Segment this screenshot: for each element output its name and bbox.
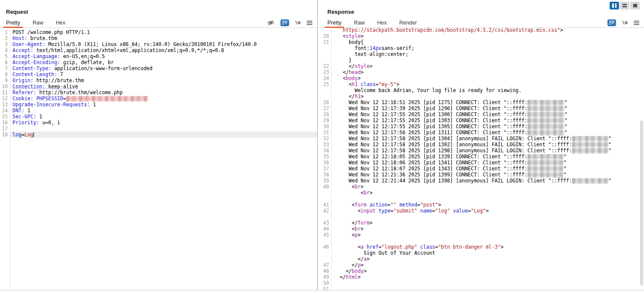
line-number: 31 bbox=[318, 130, 331, 136]
line-number: 8 bbox=[0, 71, 10, 77]
code-line[interactable]: 4Accept: text/html,application/xhtml+xml… bbox=[0, 47, 317, 53]
line-number: 5 bbox=[0, 53, 10, 59]
line-number: 28 bbox=[318, 111, 331, 117]
line-number: 39 bbox=[318, 178, 331, 184]
code-line[interactable]: 17 bbox=[0, 126, 317, 132]
menu-icon[interactable] bbox=[307, 21, 312, 25]
code-line: 38 Wed Nov 12 12:21:36 2025 [pid 1399] C… bbox=[318, 172, 644, 178]
line-number: 1 bbox=[0, 29, 10, 35]
response-tab-pretty[interactable]: Pretty bbox=[325, 18, 344, 28]
line-number: 11 bbox=[0, 89, 10, 96]
code-line[interactable]: 3User-Agent: Mozilla/5.0 (X11; Linux x86… bbox=[0, 41, 317, 47]
response-tab-raw[interactable]: Raw bbox=[351, 18, 367, 28]
line-number: 23 bbox=[318, 69, 331, 75]
line-number: 10 bbox=[0, 83, 10, 89]
code-line: 23 </head> bbox=[318, 69, 644, 75]
code-line[interactable]: 12Cookie: PHPSESSID= bbox=[0, 96, 317, 102]
response-tab-render[interactable]: Render bbox=[397, 18, 419, 28]
layout-rows-button[interactable] bbox=[620, 2, 629, 9]
line-number bbox=[318, 57, 331, 63]
layout-single-button[interactable] bbox=[630, 2, 640, 9]
word-wrap-icon[interactable] bbox=[607, 19, 616, 26]
eye-slash-icon[interactable] bbox=[267, 20, 274, 26]
columns-layout-icon bbox=[612, 3, 616, 8]
request-tabbar: Pretty Raw Hex \n bbox=[0, 18, 317, 28]
request-tab-pretty[interactable]: Pretty bbox=[3, 18, 23, 28]
code-line: 50 bbox=[318, 280, 644, 286]
code-line[interactable]: 8Content-Length: 7 bbox=[0, 71, 317, 77]
newline-icon[interactable]: \n bbox=[295, 20, 301, 25]
line-number bbox=[318, 214, 331, 220]
response-panel: Response Pretty Raw Hex Render \n https:… bbox=[318, 0, 644, 290]
line-number: 4 bbox=[0, 47, 10, 53]
code-line[interactable]: 2Host: brute.thm bbox=[0, 35, 317, 41]
line-number bbox=[318, 45, 331, 51]
line-number: 43 bbox=[318, 220, 331, 226]
code-line: 36 Wed Nov 12 12:18:06 2025 [pid 1341] C… bbox=[318, 160, 644, 166]
code-line[interactable]: 1POST /welcome.php HTTP/1.1 bbox=[0, 29, 317, 35]
redacted-value bbox=[527, 154, 564, 160]
code-line: 20 <style> bbox=[318, 33, 644, 39]
code-line[interactable]: 6Accept-Encoding: gzip, deflate, br bbox=[0, 59, 317, 65]
code-line[interactable]: 9Origin: http://brute.thm bbox=[0, 77, 317, 83]
code-line: 43 </form> bbox=[318, 220, 644, 226]
code-line: 40 <br> bbox=[318, 184, 644, 190]
redacted-value bbox=[66, 96, 148, 102]
code-line: 32 Wed Nov 12 12:17:58 2025 [pid 1304] [… bbox=[318, 136, 644, 142]
line-number bbox=[318, 190, 331, 196]
line-number: 51 bbox=[318, 286, 331, 290]
code-line[interactable]: 10Connection: keep-alive bbox=[0, 83, 317, 89]
code-line[interactable]: 13Upgrade-Insecure-Requests: 1 bbox=[0, 102, 317, 108]
request-tab-raw[interactable]: Raw bbox=[30, 18, 46, 28]
hamburger-icon bbox=[307, 21, 312, 25]
line-number: 2 bbox=[0, 35, 10, 41]
line-number: 29 bbox=[318, 117, 331, 123]
redacted-value bbox=[527, 172, 564, 178]
code-line: text-align:center; bbox=[318, 51, 644, 57]
code-line[interactable]: 14DNT: 1 bbox=[0, 108, 317, 114]
code-line[interactable]: 15Sec-GPC: 1 bbox=[0, 114, 317, 120]
code-line: 24 <body> bbox=[318, 75, 644, 81]
code-line: 45 <p> bbox=[318, 232, 644, 238]
line-number: 15 bbox=[0, 114, 10, 120]
response-tab-hex[interactable]: Hex bbox=[375, 18, 389, 28]
line-number: 40 bbox=[318, 184, 331, 190]
code-line[interactable]: 16Priority: u=0, i bbox=[0, 120, 317, 126]
code-line: Welcome back Adrian, Your log file is re… bbox=[318, 87, 644, 93]
line-number: 17 bbox=[0, 126, 10, 132]
redacted-value bbox=[572, 148, 608, 154]
redacted-value bbox=[572, 136, 608, 142]
line-number: 32 bbox=[318, 136, 331, 142]
line-number: 16 bbox=[0, 120, 10, 126]
menu-icon[interactable] bbox=[634, 21, 639, 25]
request-editor[interactable]: 1POST /welcome.php HTTP/1.12Host: brute.… bbox=[0, 28, 317, 290]
line-number: 33 bbox=[318, 142, 331, 148]
code-line: 48 </body> bbox=[318, 268, 644, 274]
code-line: 41 <form action="" method="post"> bbox=[318, 202, 644, 208]
request-title: Request bbox=[6, 9, 28, 15]
layout-switcher bbox=[610, 2, 640, 9]
redacted-value bbox=[572, 178, 608, 184]
line-number: 24 bbox=[318, 75, 331, 81]
code-line: 27 Wed Nov 12 12:17:39 2025 [pid 1296] C… bbox=[318, 105, 644, 111]
request-tab-hex[interactable]: Hex bbox=[53, 18, 68, 28]
line-number: 44 bbox=[318, 226, 331, 232]
line-number: 37 bbox=[318, 166, 331, 172]
code-line: 39 Wed Nov 12 12:21:44 2025 [pid 1398] [… bbox=[318, 178, 644, 184]
line-number: 7 bbox=[0, 65, 10, 71]
code-line[interactable]: 18log=Log bbox=[0, 132, 317, 138]
redacted-value bbox=[527, 100, 564, 105]
redacted-value bbox=[527, 130, 564, 136]
code-line[interactable]: 7Content-Type: application/x-www-form-ur… bbox=[0, 65, 317, 71]
redacted-value bbox=[527, 124, 564, 130]
code-line: 33 Wed Nov 12 12:17:58 2025 [pid 1302] [… bbox=[318, 142, 644, 148]
newline-icon[interactable]: \n bbox=[622, 20, 628, 25]
code-line[interactable]: 5Accept-Language: en-US,en;q=0.5 bbox=[0, 53, 317, 59]
response-tabbar: Pretty Raw Hex Render \n bbox=[318, 18, 644, 28]
code-line[interactable]: 11Referer: http://brute.thm/welcome.php bbox=[0, 89, 317, 96]
word-wrap-icon[interactable] bbox=[280, 19, 289, 26]
line-number: 34 bbox=[318, 148, 331, 154]
scrollbar-thumb[interactable] bbox=[640, 120, 643, 286]
layout-columns-button[interactable] bbox=[610, 2, 619, 9]
line-number: 42 bbox=[318, 208, 331, 214]
